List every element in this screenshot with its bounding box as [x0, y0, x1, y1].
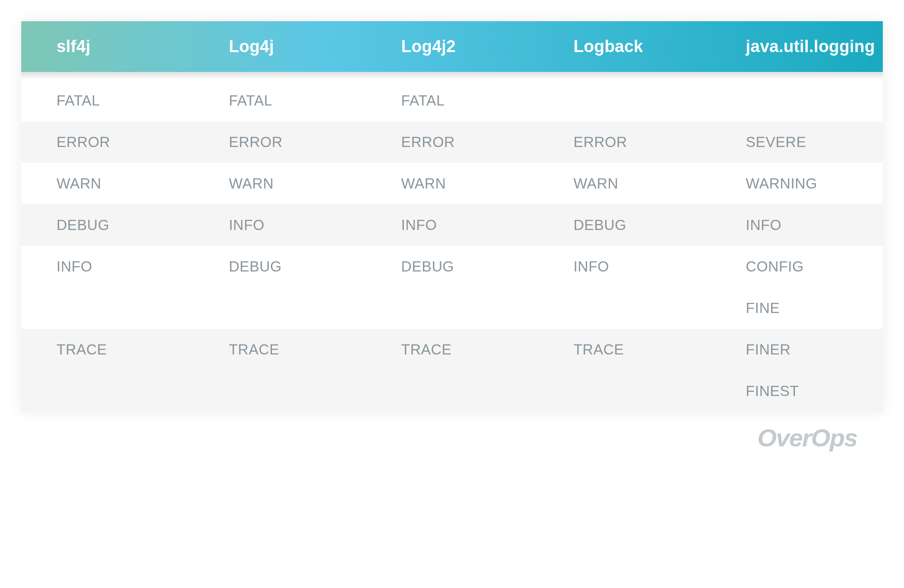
cell: FATAL: [366, 80, 538, 121]
cell: [21, 370, 193, 412]
table-row: ERROR ERROR ERROR ERROR SEVERE: [21, 121, 883, 163]
log-levels-table: slf4j Log4j Log4j2 Logback java.util.log…: [21, 21, 883, 412]
cell: INFO: [711, 204, 883, 246]
col-header: Logback: [538, 21, 710, 72]
cell: WARN: [366, 163, 538, 204]
cell: WARN: [21, 163, 193, 204]
cell: ERROR: [21, 121, 193, 163]
cell: WARN: [538, 163, 710, 204]
table-row: FINEST: [21, 370, 883, 412]
cell: [711, 80, 883, 121]
cell: INFO: [366, 204, 538, 246]
table-row: FATAL FATAL FATAL: [21, 80, 883, 121]
cell: [538, 80, 710, 121]
cell: [538, 287, 710, 329]
cell: [193, 370, 365, 412]
header-shadow: [21, 72, 883, 80]
cell: [538, 370, 710, 412]
cell: TRACE: [366, 329, 538, 370]
cell: TRACE: [21, 329, 193, 370]
cell: TRACE: [193, 329, 365, 370]
cell: ERROR: [538, 121, 710, 163]
cell: FINEST: [711, 370, 883, 412]
cell: INFO: [538, 246, 710, 287]
table-row: TRACE TRACE TRACE TRACE FINER: [21, 329, 883, 370]
cell: [366, 287, 538, 329]
cell: [366, 370, 538, 412]
cell: FATAL: [21, 80, 193, 121]
cell: DEBUG: [366, 246, 538, 287]
cell: ERROR: [193, 121, 365, 163]
cell: CONFIG: [711, 246, 883, 287]
cell: INFO: [21, 246, 193, 287]
cell: [21, 287, 193, 329]
cell: TRACE: [538, 329, 710, 370]
cell: INFO: [193, 204, 365, 246]
cell: DEBUG: [538, 204, 710, 246]
cell: DEBUG: [21, 204, 193, 246]
col-header: java.util.logging: [711, 21, 883, 72]
col-header: slf4j: [21, 21, 193, 72]
cell: WARNING: [711, 163, 883, 204]
table-row: DEBUG INFO INFO DEBUG INFO: [21, 204, 883, 246]
brand-logo: OverOps: [21, 412, 883, 452]
cell: SEVERE: [711, 121, 883, 163]
cell: ERROR: [366, 121, 538, 163]
cell: FATAL: [193, 80, 365, 121]
cell: FINE: [711, 287, 883, 329]
cell: [193, 287, 365, 329]
log-levels-table-card: slf4j Log4j Log4j2 Logback java.util.log…: [21, 21, 883, 412]
table-row: WARN WARN WARN WARN WARNING: [21, 163, 883, 204]
table-row: FINE: [21, 287, 883, 329]
col-header: Log4j2: [366, 21, 538, 72]
cell: WARN: [193, 163, 365, 204]
cell: FINER: [711, 329, 883, 370]
cell: DEBUG: [193, 246, 365, 287]
table-row: INFO DEBUG DEBUG INFO CONFIG: [21, 246, 883, 287]
col-header: Log4j: [193, 21, 365, 72]
table-header-row: slf4j Log4j Log4j2 Logback java.util.log…: [21, 21, 883, 72]
